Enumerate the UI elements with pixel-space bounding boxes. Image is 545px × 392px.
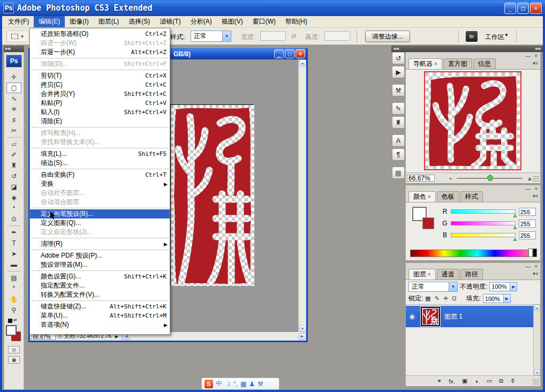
doc-close-button[interactable]: × (296, 49, 305, 58)
white-swatch[interactable] (528, 248, 533, 257)
bridge-icon[interactable]: Br (466, 31, 478, 42)
workspace-button[interactable]: 工作区 (485, 33, 504, 42)
layer-visibility-icon[interactable]: ◉ (406, 313, 419, 320)
edit-menu-item-6[interactable]: 拷贝(C)Ctrl+C (30, 80, 170, 89)
workspace-arrow-icon[interactable]: ▼ (504, 33, 509, 37)
edit-menu-item-21[interactable]: 定义自定形状(J)... (30, 228, 170, 237)
collapse-right-icon[interactable]: ▶▶ (535, 47, 541, 51)
opacity-input[interactable]: 100% ▶ (489, 282, 517, 291)
moon-icon[interactable]: ☽ (225, 380, 231, 388)
lock-pixels-icon[interactable]: ✎ (435, 295, 440, 302)
edit-menu-item-10[interactable]: 清除(E) (30, 117, 170, 126)
panel-close-icon[interactable]: × (534, 263, 538, 269)
lock-all-icon[interactable]: Ω (452, 295, 456, 302)
notes-tool[interactable]: ▤ (6, 273, 21, 283)
new-group-icon[interactable]: ▭ (487, 378, 492, 385)
channel-r-slider[interactable] (451, 209, 516, 214)
menu-item-6[interactable]: 滤镜(T) (155, 16, 185, 27)
history-panel-button[interactable]: ↺ (392, 52, 405, 64)
brushes-panel-button[interactable]: ✎ (392, 102, 405, 115)
navigator-proxy-view[interactable] (425, 72, 520, 169)
edit-menu-item-11[interactable]: 拼写检查(H)... (30, 129, 170, 138)
edit-menu-item-26[interactable]: 指定配置文件... (30, 281, 170, 290)
doc-minimize-button[interactable]: _ (274, 49, 284, 58)
color-tab-3[interactable]: 样式 (460, 191, 483, 202)
scroll-up-icon[interactable]: ▲ (299, 59, 306, 66)
layers-tab-3[interactable]: 路径 (460, 269, 483, 280)
navigator-zoom-slider[interactable] (457, 178, 523, 179)
navigator-tab-2[interactable]: 直方图 (443, 58, 472, 69)
fill-slider-icon[interactable]: ▶ (503, 295, 510, 303)
maximize-button[interactable]: □ (517, 3, 529, 14)
crop-tool[interactable]: ♯ (6, 115, 21, 125)
tab-close-icon[interactable]: × (433, 61, 437, 67)
panel-menu-icon[interactable]: ▾≡ (533, 271, 538, 276)
link-layers-icon[interactable]: ⚭ (437, 378, 442, 385)
menu-item-1[interactable]: 文件(F) (3, 16, 34, 27)
punctuation-icon[interactable]: °, (233, 380, 238, 388)
background-color-swatch[interactable] (422, 217, 434, 229)
layer-row[interactable]: ◉ 图层 1 (406, 306, 533, 327)
slider-thumb-icon[interactable] (513, 225, 517, 229)
move-tool[interactable]: ✛ (6, 72, 21, 82)
character-panel-button[interactable]: A (392, 134, 405, 147)
brush-tool[interactable]: ✐ (6, 149, 21, 160)
edit-menu-item-23[interactable]: Adobe PDF 预设(P)... (30, 251, 170, 260)
height-input[interactable] (324, 31, 350, 41)
lock-transparency-icon[interactable]: ▦ (425, 295, 430, 302)
edit-menu-item-8[interactable]: 粘贴(P)Ctrl+V (30, 99, 170, 108)
edit-menu-item-4[interactable]: 渐隐(D)...Shift+Ctrl+F (30, 59, 170, 69)
menu-item-7[interactable]: 分析(A) (186, 16, 217, 27)
clone-stamp-tool[interactable]: ♜ (6, 160, 21, 171)
healing-brush-tool[interactable]: ▱ (6, 139, 21, 149)
soft-keyboard-icon[interactable]: ▦ (240, 380, 246, 388)
layer-list-scrollbar[interactable]: ▲ ▼ (533, 305, 540, 375)
edit-menu-item-3[interactable]: 后退一步(K)Alt+Ctrl+Z (30, 48, 170, 57)
pen-tool[interactable]: ✒ (6, 227, 21, 238)
eraser-tool[interactable]: ◪ (6, 182, 21, 192)
minimize-button[interactable]: _ (504, 3, 516, 14)
opacity-slider-icon[interactable]: ▶ (510, 283, 517, 291)
channel-g-slider[interactable] (451, 221, 516, 225)
channel-b-value[interactable]: 255 (519, 231, 536, 239)
history-brush-tool[interactable]: ↺ (6, 171, 21, 182)
lock-position-icon[interactable]: ✛ (443, 295, 448, 302)
close-button[interactable]: × (530, 3, 542, 14)
navigator-zoom-input[interactable]: 66.67% (407, 175, 435, 182)
edit-menu-item-24[interactable]: 预设管理器(M)... (30, 260, 170, 269)
panel-menu-icon[interactable]: ▾≡ (533, 193, 538, 199)
menu-item-9[interactable]: 窗口(W) (248, 16, 281, 27)
refine-edge-button[interactable]: 调整边缘... (365, 31, 410, 42)
toolbar-collapse-bar[interactable]: ▶▶ (4, 46, 24, 52)
edit-menu-item-22[interactable]: 清理(R)▶ (30, 239, 170, 248)
blur-tool[interactable]: ❛ (6, 203, 21, 214)
dodge-tool[interactable]: ⊙ (6, 214, 21, 224)
layer-mask-icon[interactable]: ▣ (462, 378, 467, 385)
navigator-tab-1[interactable]: 导航器 × (408, 58, 442, 69)
rectangular-marquee-tool[interactable]: ▢ (6, 82, 21, 93)
magic-wand-tool[interactable]: ✳ (6, 104, 21, 115)
tool-preset-picker[interactable]: ▼ (6, 31, 29, 42)
type-tool[interactable]: T (6, 238, 21, 248)
dock-header[interactable]: ◀◀ ▶▶ (391, 46, 543, 52)
channel-r-value[interactable]: 255 (519, 208, 536, 216)
edit-menu-item-13[interactable]: 填充(L)...Shift+F5 (30, 149, 170, 159)
combo-arrow-icon[interactable]: ▼ (449, 282, 457, 291)
menu-item-10[interactable]: 帮助(H) (281, 16, 312, 27)
default-colors-control[interactable]: ⇄ (7, 318, 21, 324)
menu-item-5[interactable]: 选择(S) (124, 16, 155, 27)
panel-close-icon[interactable]: × (534, 53, 538, 59)
vertical-scrollbar[interactable]: ▲ ▼ (298, 59, 306, 332)
panel-close-icon[interactable]: × (534, 186, 538, 192)
foreground-color-swatch[interactable] (6, 325, 17, 336)
panel-minimize-icon[interactable]: — (525, 53, 531, 59)
doc-maximize-button[interactable]: □ (285, 49, 294, 58)
hand-tool[interactable]: ✋ (6, 294, 21, 305)
panel-minimize-icon[interactable]: — (525, 263, 531, 269)
actions-panel-button[interactable]: ▶ (392, 66, 405, 78)
scroll-right-icon[interactable]: ▶ (299, 333, 306, 340)
color-spectrum-ramp[interactable] (410, 250, 528, 257)
navigator-tab-3[interactable]: 信息 (473, 58, 496, 69)
edit-menu-item-17[interactable]: 自动对齐图层... (30, 189, 170, 198)
panel-minimize-icon[interactable]: — (525, 186, 531, 192)
